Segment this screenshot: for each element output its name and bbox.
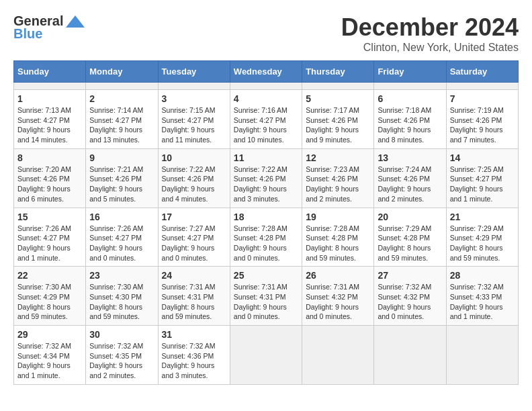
calendar-cell: 2Sunrise: 7:14 AMSunset: 4:27 PMDaylight… — [86, 90, 158, 149]
day-number: 29 — [17, 329, 82, 340]
calendar-cell: 18Sunrise: 7:28 AMSunset: 4:28 PMDayligh… — [230, 208, 302, 267]
calendar-week-row: 22Sunrise: 7:30 AMSunset: 4:29 PMDayligh… — [14, 267, 519, 326]
day-info: Sunrise: 7:28 AMSunset: 4:28 PMDaylight:… — [306, 224, 370, 263]
day-number: 20 — [378, 212, 442, 222]
day-info: Sunrise: 7:29 AMSunset: 4:29 PMDaylight:… — [450, 224, 515, 263]
calendar-cell: 25Sunrise: 7:31 AMSunset: 4:31 PMDayligh… — [230, 267, 302, 326]
calendar-week-row — [14, 83, 519, 90]
day-info: Sunrise: 7:32 AMSunset: 4:36 PMDaylight:… — [162, 341, 226, 381]
calendar-table: SundayMondayTuesdayWednesdayThursdayFrid… — [13, 60, 519, 385]
calendar-cell — [158, 83, 230, 90]
day-info: Sunrise: 7:24 AMSunset: 4:26 PMDaylight:… — [378, 165, 442, 204]
calendar-cell — [302, 326, 374, 385]
day-number: 13 — [378, 152, 442, 163]
day-number: 27 — [378, 270, 442, 281]
calendar-cell: 4Sunrise: 7:16 AMSunset: 4:27 PMDaylight… — [230, 90, 302, 149]
svg-marker-0 — [66, 15, 85, 28]
calendar-cell: 12Sunrise: 7:23 AMSunset: 4:26 PMDayligh… — [302, 148, 374, 208]
calendar-cell: 11Sunrise: 7:22 AMSunset: 4:26 PMDayligh… — [230, 148, 302, 208]
calendar-cell: 8Sunrise: 7:20 AMSunset: 4:26 PMDaylight… — [14, 148, 86, 208]
calendar-cell — [230, 83, 302, 90]
day-info: Sunrise: 7:22 AMSunset: 4:26 PMDaylight:… — [234, 165, 298, 204]
day-info: Sunrise: 7:15 AMSunset: 4:27 PMDaylight:… — [162, 105, 226, 145]
calendar-cell: 20Sunrise: 7:29 AMSunset: 4:28 PMDayligh… — [374, 208, 446, 267]
day-number: 30 — [89, 329, 154, 340]
day-number: 26 — [306, 270, 370, 281]
day-info: Sunrise: 7:31 AMSunset: 4:32 PMDaylight:… — [306, 282, 370, 322]
day-number: 25 — [234, 270, 298, 281]
day-number: 2 — [89, 93, 154, 104]
calendar-cell: 19Sunrise: 7:28 AMSunset: 4:28 PMDayligh… — [302, 208, 374, 267]
calendar-cell: 17Sunrise: 7:27 AMSunset: 4:27 PMDayligh… — [158, 208, 230, 267]
day-number: 12 — [306, 152, 370, 163]
day-number: 24 — [162, 270, 226, 281]
weekday-header-row: SundayMondayTuesdayWednesdayThursdayFrid… — [14, 61, 519, 83]
day-info: Sunrise: 7:32 AMSunset: 4:33 PMDaylight:… — [450, 282, 515, 322]
calendar-cell: 7Sunrise: 7:19 AMSunset: 4:26 PMDaylight… — [446, 90, 518, 149]
calendar-cell: 24Sunrise: 7:31 AMSunset: 4:31 PMDayligh… — [158, 267, 230, 326]
day-number: 16 — [89, 212, 154, 222]
calendar-cell: 9Sunrise: 7:21 AMSunset: 4:26 PMDaylight… — [86, 148, 158, 208]
title-area: December 2024 Clinton, New York, United … — [341, 13, 519, 54]
day-number: 3 — [162, 93, 226, 104]
calendar-cell: 10Sunrise: 7:22 AMSunset: 4:26 PMDayligh… — [158, 148, 230, 208]
day-info: Sunrise: 7:19 AMSunset: 4:26 PMDaylight:… — [450, 105, 515, 145]
day-info: Sunrise: 7:30 AMSunset: 4:30 PMDaylight:… — [89, 282, 154, 322]
calendar-cell: 23Sunrise: 7:30 AMSunset: 4:30 PMDayligh… — [86, 267, 158, 326]
day-number: 17 — [162, 212, 226, 222]
weekday-header-monday: Monday — [86, 61, 158, 83]
day-number: 11 — [234, 152, 298, 163]
calendar-cell: 1Sunrise: 7:13 AMSunset: 4:27 PMDaylight… — [14, 90, 86, 149]
page-header: General Blue December 2024 Clinton, New … — [13, 13, 519, 54]
day-info: Sunrise: 7:14 AMSunset: 4:27 PMDaylight:… — [89, 105, 154, 145]
calendar-cell: 3Sunrise: 7:15 AMSunset: 4:27 PMDaylight… — [158, 90, 230, 149]
day-number: 5 — [306, 93, 370, 104]
day-number: 28 — [450, 270, 515, 281]
logo-icon — [66, 15, 85, 28]
calendar-cell: 15Sunrise: 7:26 AMSunset: 4:27 PMDayligh… — [14, 208, 86, 267]
calendar-cell: 28Sunrise: 7:32 AMSunset: 4:33 PMDayligh… — [446, 267, 518, 326]
calendar-title: December 2024 — [341, 13, 519, 42]
calendar-cell: 27Sunrise: 7:32 AMSunset: 4:32 PMDayligh… — [374, 267, 446, 326]
calendar-cell: 26Sunrise: 7:31 AMSunset: 4:32 PMDayligh… — [302, 267, 374, 326]
weekday-header-thursday: Thursday — [302, 61, 374, 83]
day-info: Sunrise: 7:32 AMSunset: 4:35 PMDaylight:… — [89, 341, 154, 381]
day-number: 21 — [450, 212, 515, 222]
day-number: 14 — [450, 152, 515, 163]
day-info: Sunrise: 7:17 AMSunset: 4:26 PMDaylight:… — [306, 105, 370, 145]
calendar-cell: 22Sunrise: 7:30 AMSunset: 4:29 PMDayligh… — [14, 267, 86, 326]
weekday-header-saturday: Saturday — [446, 61, 518, 83]
calendar-week-row: 15Sunrise: 7:26 AMSunset: 4:27 PMDayligh… — [14, 208, 519, 267]
day-info: Sunrise: 7:32 AMSunset: 4:34 PMDaylight:… — [17, 341, 82, 381]
calendar-cell: 30Sunrise: 7:32 AMSunset: 4:35 PMDayligh… — [86, 326, 158, 385]
calendar-cell — [86, 83, 158, 90]
day-info: Sunrise: 7:21 AMSunset: 4:26 PMDaylight:… — [89, 165, 154, 204]
calendar-cell: 13Sunrise: 7:24 AMSunset: 4:26 PMDayligh… — [374, 148, 446, 208]
calendar-cell — [302, 83, 374, 90]
day-number: 18 — [234, 212, 298, 222]
day-info: Sunrise: 7:23 AMSunset: 4:26 PMDaylight:… — [306, 165, 370, 204]
calendar-cell: 14Sunrise: 7:25 AMSunset: 4:27 PMDayligh… — [446, 148, 518, 208]
day-info: Sunrise: 7:30 AMSunset: 4:29 PMDaylight:… — [17, 282, 82, 322]
logo: General Blue — [13, 13, 85, 42]
calendar-cell — [374, 83, 446, 90]
day-number: 22 — [17, 270, 82, 281]
day-info: Sunrise: 7:31 AMSunset: 4:31 PMDaylight:… — [162, 282, 226, 322]
day-info: Sunrise: 7:26 AMSunset: 4:27 PMDaylight:… — [17, 224, 82, 263]
calendar-cell: 31Sunrise: 7:32 AMSunset: 4:36 PMDayligh… — [158, 326, 230, 385]
calendar-cell — [446, 83, 518, 90]
calendar-cell — [14, 83, 86, 90]
calendar-cell — [230, 326, 302, 385]
day-info: Sunrise: 7:25 AMSunset: 4:27 PMDaylight:… — [450, 165, 515, 204]
weekday-header-sunday: Sunday — [14, 61, 86, 83]
day-info: Sunrise: 7:20 AMSunset: 4:26 PMDaylight:… — [17, 165, 82, 204]
calendar-cell: 21Sunrise: 7:29 AMSunset: 4:29 PMDayligh… — [446, 208, 518, 267]
day-number: 4 — [234, 93, 298, 104]
day-number: 19 — [306, 212, 370, 222]
day-number: 9 — [89, 152, 154, 163]
calendar-subtitle: Clinton, New York, United States — [341, 42, 519, 54]
day-number: 6 — [378, 93, 442, 104]
logo-blue-text: Blue — [13, 26, 42, 42]
calendar-cell: 6Sunrise: 7:18 AMSunset: 4:26 PMDaylight… — [374, 90, 446, 149]
day-info: Sunrise: 7:16 AMSunset: 4:27 PMDaylight:… — [234, 105, 298, 145]
